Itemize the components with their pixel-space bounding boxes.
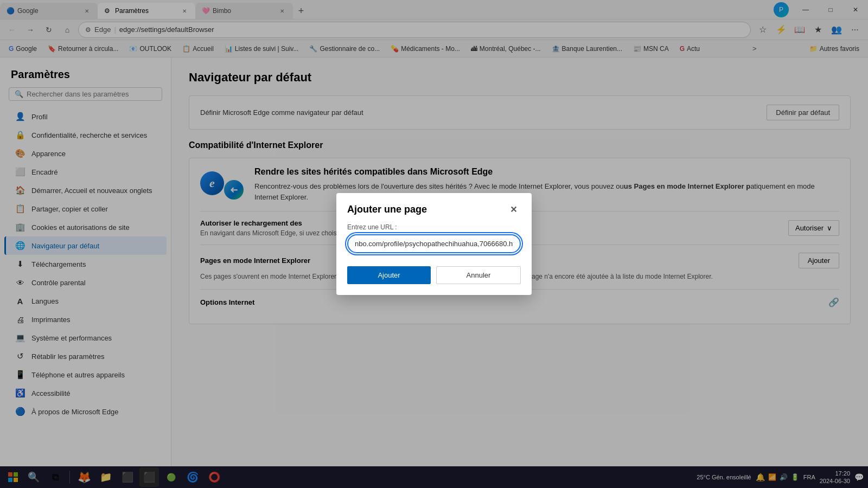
modal-title: Ajouter une page [347,204,427,215]
modal-input-wrapper [347,234,521,253]
modal-label: Entrez une URL : [347,223,521,231]
modal-cancel-button[interactable]: Annuler [436,266,521,284]
modal-body: Entrez une URL : [336,223,532,262]
modal-footer: Ajouter Annuler [336,262,532,295]
modal-overlay: Ajouter une page ✕ Entrez une URL : Ajou… [0,0,868,488]
modal-url-input[interactable] [347,234,521,253]
modal-header: Ajouter une page ✕ [336,193,532,223]
modal-add-button[interactable]: Ajouter [347,266,431,284]
add-page-modal: Ajouter une page ✕ Entrez une URL : Ajou… [336,193,532,295]
modal-close-button[interactable]: ✕ [506,202,521,217]
